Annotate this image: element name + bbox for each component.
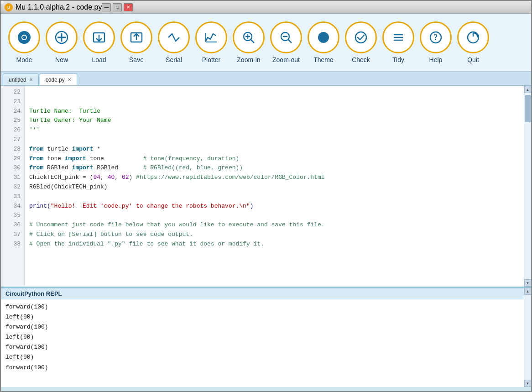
- serial-label: Serial: [166, 56, 182, 63]
- repl-line: left(90): [5, 332, 519, 342]
- mode-icon: [8, 21, 40, 53]
- code-editor[interactable]: Turtle Name: Turtle Turtle Owner: Your N…: [25, 86, 524, 287]
- scroll-thumb[interactable]: [525, 95, 531, 122]
- tab-code-py-close[interactable]: ✕: [68, 78, 71, 82]
- check-label: Check: [352, 56, 370, 63]
- app-icon: μ: [5, 3, 13, 11]
- scroll-down-arrow[interactable]: ▼: [524, 279, 532, 287]
- plotter-icon: [195, 21, 227, 53]
- repl-line: left(90): [5, 312, 519, 322]
- tab-code-py-label: code.py: [46, 77, 65, 83]
- load-button[interactable]: Load: [81, 18, 117, 67]
- theme-icon: [308, 21, 339, 53]
- line-numbers: 22 23 24 25 26 27 28 29 30 31 32 33 34 3…: [1, 86, 25, 287]
- repl-line: forward(100): [5, 363, 519, 373]
- help-label: Help: [429, 56, 443, 63]
- tab-code-py[interactable]: code.py ✕: [40, 73, 77, 85]
- new-icon: [46, 21, 78, 53]
- check-icon: [345, 21, 377, 53]
- load-icon: [83, 21, 115, 53]
- editor: 22 23 24 25 26 27 28 29 30 31 32 33 34 3…: [1, 86, 531, 287]
- zoom-in-label: Zoom-in: [237, 56, 260, 63]
- zoom-in-icon: [233, 21, 265, 53]
- editor-scrollbar[interactable]: ▲ ▼: [524, 86, 531, 287]
- zoom-in-button[interactable]: Zoom-in: [231, 18, 266, 67]
- maximize-button[interactable]: □: [113, 3, 122, 11]
- tidy-icon: [382, 21, 414, 53]
- tab-untitled-close[interactable]: ✕: [29, 78, 33, 82]
- svg-line-9: [250, 39, 254, 43]
- zoom-out-button[interactable]: Zoom-out: [268, 18, 304, 67]
- repl-scroll-up[interactable]: ▲: [524, 287, 532, 295]
- save-icon: [120, 21, 152, 53]
- mode-button[interactable]: Mode: [6, 18, 42, 67]
- repl-panel: CircuitPython REPL forward(100) left(90)…: [1, 287, 531, 387]
- close-button[interactable]: ✕: [124, 3, 133, 11]
- check-button[interactable]: Check: [343, 18, 379, 67]
- svg-point-0: [22, 36, 26, 39]
- tab-untitled[interactable]: untitled ✕: [3, 73, 39, 85]
- repl-scrollbar[interactable]: ▲ ▼: [524, 287, 531, 387]
- serial-icon: [158, 21, 190, 53]
- repl-header: CircuitPython REPL: [1, 288, 524, 299]
- zoom-out-icon: [270, 21, 302, 53]
- repl-line: forward(100): [5, 342, 519, 352]
- repl-area: CircuitPython REPL forward(100) left(90)…: [1, 287, 524, 387]
- help-button[interactable]: ? Help: [418, 18, 454, 67]
- svg-text:?: ?: [434, 33, 438, 42]
- serial-button[interactable]: Serial: [156, 18, 192, 67]
- tabs-bar: untitled ✕ code.py ✕: [1, 72, 531, 86]
- minimize-button[interactable]: —: [102, 3, 111, 11]
- tidy-button[interactable]: Tidy: [381, 18, 416, 67]
- new-button[interactable]: New: [44, 18, 79, 67]
- new-label: New: [55, 56, 68, 63]
- quit-button[interactable]: Quit: [455, 18, 491, 67]
- save-label: Save: [129, 56, 144, 63]
- mode-label: Mode: [16, 56, 32, 63]
- titlebar-text: Mu 1.1.0.alpha.2 - code.py: [16, 3, 102, 11]
- svg-point-15: [355, 32, 366, 43]
- toolbar: Mode New Load Save Serial Plotter: [1, 14, 531, 72]
- scroll-up-arrow[interactable]: ▲: [524, 86, 532, 93]
- tidy-label: Tidy: [392, 56, 404, 63]
- zoom-out-label: Zoom-out: [272, 56, 300, 63]
- titlebar: μ Mu 1.1.0.alpha.2 - code.py — □ ✕: [1, 1, 531, 14]
- plotter-label: Plotter: [202, 56, 220, 63]
- load-label: Load: [92, 56, 106, 63]
- tab-untitled-label: untitled: [9, 77, 26, 83]
- theme-button[interactable]: Theme: [306, 18, 341, 67]
- repl-line: left(90): [5, 352, 519, 362]
- main-area: 22 23 24 25 26 27 28 29 30 31 32 33 34 3…: [1, 86, 531, 392]
- repl-content[interactable]: forward(100) left(90) forward(100) left(…: [1, 299, 524, 387]
- quit-icon: [457, 21, 489, 53]
- window-controls: — □ ✕: [102, 3, 133, 11]
- help-icon: ?: [420, 21, 452, 53]
- repl-line: forward(100): [5, 322, 519, 332]
- save-button[interactable]: Save: [119, 18, 154, 67]
- quit-label: Quit: [467, 56, 479, 63]
- repl-scroll-down[interactable]: ▼: [524, 380, 532, 387]
- plotter-button[interactable]: Plotter: [193, 18, 229, 67]
- svg-line-13: [288, 39, 292, 43]
- repl-line: forward(100): [5, 302, 519, 312]
- theme-label: Theme: [313, 56, 334, 63]
